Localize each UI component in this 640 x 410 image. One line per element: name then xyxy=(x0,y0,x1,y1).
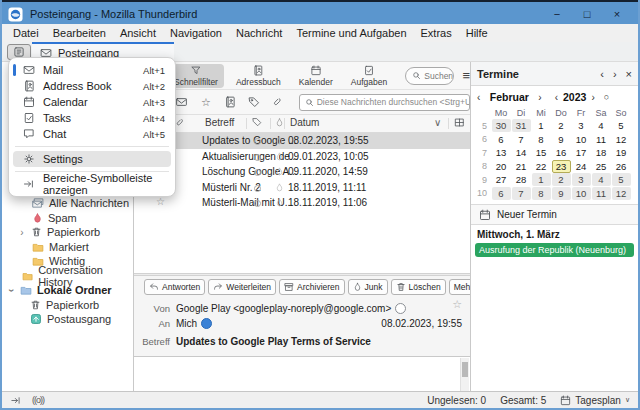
next-year-button[interactable]: › xyxy=(591,92,594,103)
tasks-button[interactable]: Aufgaben xyxy=(345,64,393,88)
agenda-toggle[interactable]: Tagesplan ∨ xyxy=(560,395,630,406)
read-status-icon[interactable] xyxy=(254,154,261,161)
folder-item-postausgang[interactable]: Postausgang xyxy=(2,312,133,327)
filter-attachment-icon[interactable] xyxy=(270,94,286,110)
junk-status-icon[interactable] xyxy=(275,197,284,210)
previous-year-button[interactable]: ‹ xyxy=(555,92,558,103)
calendar-day[interactable]: 28 xyxy=(512,173,531,186)
maximize-button[interactable]: □ xyxy=(572,3,602,25)
calendar-day[interactable]: 4 xyxy=(592,173,611,186)
quickfilter-search-box[interactable]: Diese Nachrichten durchsuchen <Strg+Umsc xyxy=(299,94,470,111)
calendar-day[interactable]: 14 xyxy=(512,146,531,159)
calendar-day[interactable]: 6 xyxy=(492,133,511,146)
spaces-toggle-icon[interactable] xyxy=(10,395,22,406)
calendar-day[interactable]: 11 xyxy=(592,187,611,200)
sender-badge-icon[interactable] xyxy=(395,303,406,314)
calendar-day[interactable]: 18 xyxy=(592,146,611,159)
junk-status-icon[interactable] xyxy=(275,166,284,179)
menu-item-spaces-toolbar-toggle[interactable]: Bereiche-Symbolleiste anzeigen xyxy=(9,176,175,192)
calendar-day[interactable]: 21 xyxy=(512,160,531,173)
previous-month-button[interactable]: ‹ xyxy=(477,92,480,103)
junk-status-icon[interactable] xyxy=(275,151,284,164)
archive-button[interactable]: Archivieren xyxy=(279,279,345,295)
calendar-day[interactable]: 8 xyxy=(532,187,551,200)
message-row[interactable]: ☆ Löschung Google A... 09.11.2020, 14:59 xyxy=(134,164,470,180)
filter-tag-icon[interactable] xyxy=(246,94,262,110)
calendar-day[interactable]: 17 xyxy=(572,146,591,159)
body-scrollbar[interactable] xyxy=(460,358,469,392)
read-status-icon[interactable] xyxy=(254,169,261,176)
calendar-day[interactable]: 1 xyxy=(532,119,551,132)
calendar-day[interactable]: 9 xyxy=(552,133,571,146)
calendar-day[interactable]: 12 xyxy=(612,133,631,146)
junk-column-icon[interactable] xyxy=(275,117,284,130)
calendar-day[interactable]: 9 xyxy=(552,187,571,200)
calendar-day[interactable]: 8 xyxy=(532,133,551,146)
calendar-day[interactable]: 25 xyxy=(592,160,611,173)
calendar-day[interactable]: 2 xyxy=(552,173,571,186)
calendar-day[interactable]: 10 xyxy=(572,133,591,146)
date-column-header[interactable]: Datum xyxy=(290,117,319,128)
network-status-icon[interactable]: ((o)) xyxy=(32,395,44,405)
calendar-day[interactable]: 11 xyxy=(592,133,611,146)
calendar-day[interactable]: 22 xyxy=(532,160,551,173)
tag-column-icon[interactable] xyxy=(252,117,262,129)
filter-contacts-icon[interactable] xyxy=(222,94,238,110)
read-status-icon[interactable] xyxy=(254,185,261,192)
global-search-box[interactable]: Suchen <Strg+ xyxy=(405,67,454,85)
menu-termine-und-aufgaben[interactable]: Termine und Aufgaben xyxy=(289,27,413,39)
junk-button[interactable]: Junk xyxy=(348,279,388,295)
junk-status-icon[interactable] xyxy=(275,135,284,148)
calendar-day[interactable]: 6 xyxy=(492,187,511,200)
from-value[interactable]: Google Play <googleplay-noreply@google.c… xyxy=(176,303,391,314)
calendar-day[interactable]: 26 xyxy=(612,160,631,173)
calendar-day[interactable]: 10 xyxy=(572,187,591,200)
close-button[interactable]: × xyxy=(602,3,632,25)
calendar-day[interactable]: 5 xyxy=(612,119,631,132)
calendar-day[interactable]: 1 xyxy=(532,173,551,186)
calendar-day[interactable]: 3 xyxy=(572,173,591,186)
folder-item-alle-nachrichten[interactable]: Alle Nachrichten xyxy=(2,196,133,211)
today-button[interactable]: ○ xyxy=(604,92,609,102)
message-body[interactable] xyxy=(134,356,470,393)
read-status-icon[interactable] xyxy=(254,200,261,207)
message-row[interactable]: ☆ Müsterli-Mail mit U... 18.11.2019, 11:… xyxy=(134,195,470,211)
next-month-button[interactable]: › xyxy=(538,92,541,103)
chevron-right-icon[interactable]: › xyxy=(18,227,26,238)
calendar-day[interactable]: 15 xyxy=(532,146,551,159)
folder-item-markiert[interactable]: Markiert xyxy=(2,240,133,255)
reply-button[interactable]: Antworten xyxy=(144,279,205,295)
star-toggle-icon[interactable]: ☆ xyxy=(452,298,462,311)
attachment-column-icon[interactable] xyxy=(175,117,185,130)
delete-button[interactable]: Löschen xyxy=(391,279,446,295)
calendar-day[interactable]: 12 xyxy=(612,187,631,200)
junk-status-icon[interactable] xyxy=(275,182,284,195)
scrollbar-thumb[interactable] xyxy=(462,362,468,377)
menu-ansicht[interactable]: Ansicht xyxy=(113,27,163,39)
calendar-day[interactable]: 7 xyxy=(512,187,531,200)
calendar-day[interactable]: 5 xyxy=(612,173,631,186)
close-pane-button[interactable]: × xyxy=(626,68,632,80)
forward-button[interactable]: Weiterleiten xyxy=(208,279,276,295)
calendar-day[interactable]: 31 xyxy=(512,119,531,132)
calendar-day[interactable]: 23 xyxy=(552,160,571,173)
menu-item-address-book[interactable]: Address Book Alt+2 xyxy=(9,78,175,94)
menu-item-mail[interactable]: Mail Alt+1 xyxy=(9,62,175,78)
calendar-day[interactable]: 3 xyxy=(572,119,591,132)
message-row[interactable]: ☆ Aktualisierungen de... 09.01.2023, 10:… xyxy=(134,149,470,165)
calendar-day[interactable]: 4 xyxy=(592,119,611,132)
message-row[interactable]: ☆ Updates to Google ... 08.02.2023, 19:5… xyxy=(134,133,470,149)
menu-nachricht[interactable]: Nachricht xyxy=(229,27,289,39)
folder-item-conversation-history[interactable]: Conversation History xyxy=(2,269,133,284)
app-menu-button[interactable]: ≡ xyxy=(462,68,470,83)
new-event-button[interactable]: Neuer Termin xyxy=(471,204,638,225)
calendar-day[interactable]: 19 xyxy=(612,146,631,159)
folder-item-papierkorb-lokal[interactable]: Papierkorb xyxy=(2,298,133,313)
calendar-day[interactable]: 2 xyxy=(552,119,571,132)
calendar-day[interactable]: 27 xyxy=(492,173,511,186)
calendar-day[interactable]: 24 xyxy=(572,160,591,173)
menu-bearbeiten[interactable]: Bearbeiten xyxy=(46,27,113,39)
menu-item-chat[interactable]: Chat Alt+5 xyxy=(9,126,175,142)
calendar-day[interactable]: 13 xyxy=(492,146,511,159)
menu-item-tasks[interactable]: Tasks Alt+4 xyxy=(9,110,175,126)
